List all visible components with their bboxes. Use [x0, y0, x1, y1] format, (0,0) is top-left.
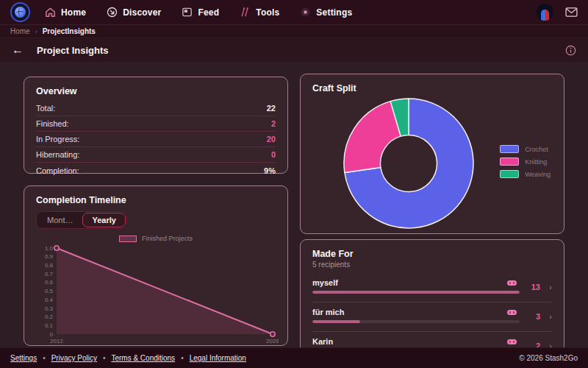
back-arrow-icon[interactable]: ← — [12, 44, 24, 56]
made-for-title: Made For — [312, 249, 552, 259]
nav-item-feed[interactable]: Feed — [182, 7, 219, 18]
overview-title: Overview — [36, 86, 276, 96]
stat-value: 9% — [264, 166, 276, 175]
legend-label: Weaving — [525, 171, 551, 178]
tools-knitting-needles-icon — [240, 7, 251, 18]
stat-label: Total: — [36, 104, 55, 113]
user-avatar[interactable] — [537, 4, 553, 21]
stat-value: 2 — [271, 119, 276, 128]
recipient-row[interactable]: myself13› — [312, 273, 552, 302]
chevron-right-icon[interactable]: › — [549, 342, 552, 347]
stat-value: 22 — [267, 104, 276, 113]
nav-item-settings[interactable]: Settings — [300, 7, 352, 18]
craft-badges — [507, 339, 517, 344]
chevron-right-icon[interactable]: › — [549, 312, 552, 321]
y-tick-label: 0.7 — [45, 271, 54, 277]
settings-dot-icon — [300, 7, 311, 18]
x-tick-label: 2012 — [50, 338, 63, 344]
nav-item-home[interactable]: Home — [45, 7, 86, 18]
recipient-name: für mich — [312, 308, 344, 316]
nav-item-tools[interactable]: Tools — [240, 7, 279, 18]
recipient-row[interactable]: für mich3› — [312, 302, 552, 332]
yarn-ball-icon — [15, 7, 26, 18]
craft-legend-item[interactable]: Weaving — [500, 170, 551, 178]
recipient-count: 3 — [536, 312, 540, 321]
y-tick-label: 0.6 — [45, 279, 54, 286]
recipient-row[interactable]: Karin2› — [312, 332, 552, 347]
breadcrumb-home[interactable]: Home — [10, 27, 30, 35]
data-point-marker[interactable] — [270, 332, 275, 336]
stat-label: In Progress: — [36, 135, 79, 144]
recipient-progress-fill — [312, 320, 360, 323]
tab-monthly[interactable]: Mont… — [37, 213, 82, 227]
info-icon[interactable] — [565, 45, 576, 56]
breadcrumb: Home › ProjectInsights — [0, 24, 588, 38]
legend-swatch — [119, 236, 137, 242]
overview-stats-list: Total:22Finished:2In Progress:20Hibernat… — [36, 101, 276, 178]
craft-legend-item[interactable]: Knitting — [500, 158, 551, 166]
craft-title: Craft Split — [312, 83, 552, 93]
timeline-line-chart: 00.10.20.30.40.50.60.70.80.91.020122026 — [36, 244, 279, 345]
y-tick-label: 0.8 — [45, 262, 54, 269]
nav-item-discover[interactable]: Discover — [107, 7, 161, 18]
chevron-right-icon[interactable]: › — [549, 283, 552, 291]
y-tick-label: 0.1 — [45, 322, 54, 329]
timeline-interval-toggle: Mont… Yearly — [36, 211, 127, 229]
nav-label: Feed — [198, 7, 219, 18]
y-tick-label: 0.4 — [45, 297, 54, 303]
overview-card: Overview Total:22Finished:2In Progress:2… — [24, 77, 288, 174]
craft-legend-item[interactable]: Crochet — [500, 145, 551, 153]
footer-link[interactable]: Privacy Policy — [51, 354, 97, 362]
donut-slice-knitting[interactable] — [344, 102, 401, 173]
footer-link-separator: • — [43, 354, 46, 362]
discover-icon — [107, 7, 118, 18]
made-for-subtitle: 5 recipients — [312, 261, 552, 269]
footer-link[interactable]: Terms & Conditions — [111, 354, 175, 362]
footer-link[interactable]: Settings — [10, 354, 37, 362]
data-point-marker[interactable] — [54, 246, 59, 250]
overview-stat-row: In Progress:20 — [36, 132, 276, 147]
avatar-figure — [541, 10, 549, 21]
mail-icon[interactable] — [565, 7, 578, 17]
home-icon — [45, 7, 56, 18]
legend-label: Crochet — [525, 146, 548, 153]
completion-timeline-card: Completion Timeline Mont… Yearly Finishe… — [24, 185, 288, 346]
recipient-name: myself — [312, 278, 338, 287]
recipient-count: 13 — [531, 283, 540, 291]
stat-label: Completion: — [36, 166, 79, 175]
nav-label: Discover — [123, 7, 161, 18]
timeline-legend: Finished Projects — [36, 235, 276, 242]
stat-value: 20 — [267, 135, 276, 144]
overview-stat-row: Completion:9% — [36, 163, 276, 178]
yarn-skein-icon — [507, 339, 517, 344]
craft-legend: CrochetKnittingWeaving — [500, 145, 551, 178]
recipient-progress-track — [312, 320, 520, 323]
top-nav-bar: Home Discover Feed Tools Settings — [0, 0, 588, 24]
page-header: ← Project Insights — [0, 38, 588, 62]
footer: Settings•Privacy Policy•Terms & Conditio… — [0, 347, 588, 368]
yarn-skein-icon — [507, 280, 517, 286]
page-title: Project Insights — [37, 45, 109, 56]
nav-label: Home — [61, 7, 86, 18]
footer-link-separator: • — [103, 354, 106, 362]
recipient-count: 2 — [536, 342, 540, 347]
tab-yearly[interactable]: Yearly — [82, 213, 125, 227]
y-tick-label: 0.9 — [45, 253, 54, 260]
breadcrumb-current: ProjectInsights — [43, 27, 96, 35]
recipient-progress-fill — [312, 291, 520, 294]
legend-swatch — [500, 158, 519, 166]
craft-split-card: Craft Split CrochetKnittingWeaving — [300, 74, 564, 234]
overview-stat-row: Finished:2 — [36, 116, 276, 132]
y-tick-label: 0.3 — [45, 305, 54, 312]
footer-links: Settings•Privacy Policy•Terms & Conditio… — [10, 354, 246, 362]
recipient-progress-track — [312, 291, 520, 294]
made-for-list: myself13›für mich3›Karin2›me› — [312, 273, 552, 347]
legend-label: Finished Projects — [142, 235, 193, 242]
y-tick-label: 0.5 — [45, 288, 54, 294]
footer-link[interactable]: Legal Information — [190, 354, 246, 362]
y-tick-label: 1.0 — [45, 245, 54, 252]
app-logo[interactable] — [10, 2, 30, 22]
stat-value: 0 — [271, 150, 276, 159]
timeline-title: Completion Timeline — [36, 195, 276, 205]
legend-swatch — [500, 170, 519, 178]
